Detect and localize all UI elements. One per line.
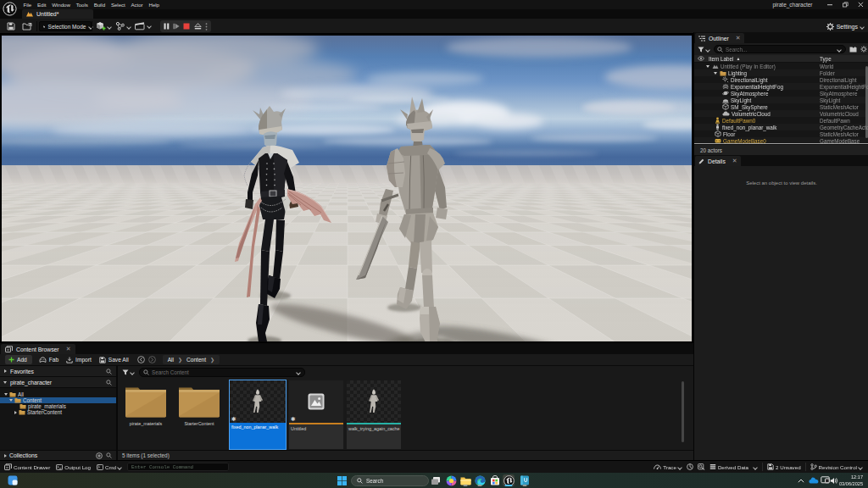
revision-control-dropdown[interactable]: Revision Control bbox=[810, 463, 863, 470]
onedrive-icon[interactable] bbox=[808, 474, 820, 486]
outliner-row[interactable]: fixed_non_planar_walkGeometryCacheActor bbox=[694, 124, 868, 130]
asset-audit-icon[interactable] bbox=[698, 463, 705, 470]
tree-item-pirate_materials[interactable]: pirate_materials bbox=[0, 403, 116, 409]
collapse-icon[interactable] bbox=[4, 393, 8, 396]
stop-icon[interactable] bbox=[183, 23, 190, 30]
search-icon[interactable] bbox=[106, 380, 112, 385]
outliner-row[interactable]: LightingFolder bbox=[694, 69, 868, 76]
forward-icon[interactable] bbox=[148, 356, 156, 363]
pause-icon[interactable] bbox=[164, 23, 170, 30]
create-folder-icon[interactable] bbox=[849, 46, 857, 53]
search-icon[interactable] bbox=[106, 452, 112, 458]
content-import-icon[interactable] bbox=[22, 22, 32, 31]
asset-StarterContent[interactable]: StarterContent bbox=[175, 380, 224, 427]
chevron-down-icon[interactable] bbox=[837, 47, 842, 52]
asset-search-input[interactable]: Search Content bbox=[139, 368, 305, 377]
collapse-icon[interactable] bbox=[706, 65, 709, 68]
output-log-button[interactable]: Output Log bbox=[56, 464, 91, 470]
close-icon[interactable]: ✕ bbox=[736, 35, 741, 42]
store-icon[interactable] bbox=[489, 474, 501, 486]
search-icon[interactable] bbox=[106, 369, 112, 374]
widgets-icon[interactable] bbox=[7, 474, 19, 486]
menu-window[interactable]: Window bbox=[49, 2, 73, 8]
asset-Untitled[interactable]: ✱Untitled bbox=[289, 380, 343, 449]
derived-data-dropdown[interactable]: Derived Data bbox=[709, 463, 758, 470]
outliner-row[interactable]: ExponentialHeightFogExponentialHeightFog bbox=[694, 83, 868, 90]
outliner-row[interactable]: SkyLightSkyLight bbox=[694, 97, 868, 103]
column-type[interactable]: Type bbox=[820, 56, 832, 62]
outliner-row[interactable]: DefaultPawn0DefaultPawn bbox=[694, 117, 868, 124]
close-icon[interactable]: ✕ bbox=[66, 346, 71, 352]
save-all-button[interactable]: Save All bbox=[99, 357, 129, 363]
menu-edit[interactable]: Edit bbox=[35, 2, 49, 8]
breadcrumb-content[interactable]: Content bbox=[186, 357, 206, 363]
minimize-button[interactable] bbox=[822, 0, 837, 9]
menu-select[interactable]: Select bbox=[108, 2, 128, 8]
filter-icon[interactable] bbox=[698, 47, 704, 53]
unreal-logo-icon[interactable] bbox=[3, 2, 17, 16]
project-section[interactable]: pirate_character bbox=[0, 377, 116, 388]
tab-details[interactable]: Details ✕ bbox=[695, 156, 741, 166]
favorites-section[interactable]: Favorites bbox=[0, 366, 116, 377]
outliner-search-input[interactable]: Search... bbox=[714, 45, 846, 53]
outliner-row[interactable]: SkyAtmosphereSkyAtmosphere bbox=[694, 90, 868, 97]
chevron-down-icon[interactable] bbox=[131, 370, 135, 374]
menu-build[interactable]: Build bbox=[91, 2, 108, 8]
breadcrumb-all[interactable]: All bbox=[168, 357, 174, 363]
taskbar-clock[interactable]: 12:17 03/06/2025 bbox=[839, 474, 863, 487]
tray-expand-icon[interactable] bbox=[797, 474, 805, 486]
cinematics-dropdown[interactable] bbox=[135, 21, 152, 30]
tab-content-browser[interactable]: Content Browser ✕ bbox=[1, 344, 75, 354]
cmd-dropdown[interactable]: Cmd bbox=[97, 464, 122, 470]
viewport-settings-dropdown[interactable]: Settings bbox=[826, 21, 865, 31]
menu-tools[interactable]: Tools bbox=[73, 2, 91, 8]
tab-outliner[interactable]: Outliner ✕ bbox=[695, 33, 744, 43]
menu-actor[interactable]: Actor bbox=[128, 2, 146, 8]
outliner-row[interactable]: Untitled (Play In Editor)World bbox=[694, 63, 868, 69]
outliner-row[interactable]: FloorStaticMeshActor bbox=[694, 130, 868, 137]
collapse-icon[interactable] bbox=[9, 399, 13, 402]
add-collection-icon[interactable] bbox=[96, 452, 103, 459]
filter-icon[interactable] bbox=[122, 369, 129, 375]
tree-item-all[interactable]: All bbox=[0, 391, 116, 397]
desktop-peek-icon[interactable] bbox=[430, 474, 442, 486]
content-drawer-button[interactable]: Content Drawer bbox=[4, 463, 50, 470]
close-button[interactable] bbox=[853, 0, 868, 9]
more-options-icon[interactable] bbox=[205, 23, 208, 30]
fab-button[interactable]: Fab bbox=[39, 357, 58, 363]
taskbar-search[interactable]: Search bbox=[351, 475, 429, 486]
copilot-icon[interactable] bbox=[445, 474, 457, 486]
visibility-column-icon[interactable] bbox=[698, 56, 704, 61]
import-button[interactable]: Import bbox=[66, 357, 92, 363]
outliner-settings-icon[interactable] bbox=[860, 46, 867, 53]
tree-item-content[interactable]: Content bbox=[0, 397, 116, 403]
outliner-row[interactable]: SM_SkySphereStaticMeshActor bbox=[694, 103, 868, 110]
chevron-down-icon[interactable] bbox=[706, 47, 710, 52]
unsaved-button[interactable]: 2 Unsaved bbox=[767, 463, 801, 470]
save-icon[interactable] bbox=[7, 22, 15, 30]
asset-pirate_materials[interactable]: pirate_materials bbox=[121, 380, 170, 427]
level-tab[interactable]: Untitled* bbox=[22, 9, 93, 19]
close-icon[interactable]: ✕ bbox=[732, 158, 737, 164]
outliner-row[interactable]: VolumetricCloudVolumetricCloud bbox=[694, 110, 868, 117]
console-command-input[interactable]: Enter Console Command bbox=[127, 463, 229, 471]
unreal-engine-taskbar-icon[interactable] bbox=[503, 474, 515, 486]
viewport-3d[interactable] bbox=[0, 34, 693, 343]
asset-walk_trying_again_cache[interactable]: walk_trying_again_cache bbox=[347, 380, 401, 449]
outliner-row[interactable]: DirectionalLightDirectionalLight bbox=[694, 76, 868, 83]
menu-help[interactable]: Help bbox=[146, 2, 162, 8]
column-item-label[interactable]: Item Label bbox=[709, 56, 733, 62]
expand-icon[interactable] bbox=[14, 411, 17, 414]
back-icon[interactable] bbox=[137, 356, 145, 363]
trace-dropdown[interactable]: Trace bbox=[654, 464, 682, 470]
chevron-down-icon[interactable] bbox=[297, 370, 301, 374]
blueprints-dropdown[interactable] bbox=[115, 21, 131, 31]
collapse-icon[interactable] bbox=[714, 72, 717, 75]
add-button[interactable]: Add bbox=[5, 355, 32, 364]
step-icon[interactable] bbox=[173, 23, 180, 30]
edge-icon[interactable] bbox=[474, 474, 486, 486]
collections-section[interactable]: Collections bbox=[0, 450, 116, 460]
tree-item-startercontent[interactable]: StarterContent bbox=[0, 409, 116, 415]
start-icon[interactable] bbox=[336, 474, 348, 486]
outliner-row[interactable]: GameModeBase0GameModeBase bbox=[694, 137, 868, 144]
